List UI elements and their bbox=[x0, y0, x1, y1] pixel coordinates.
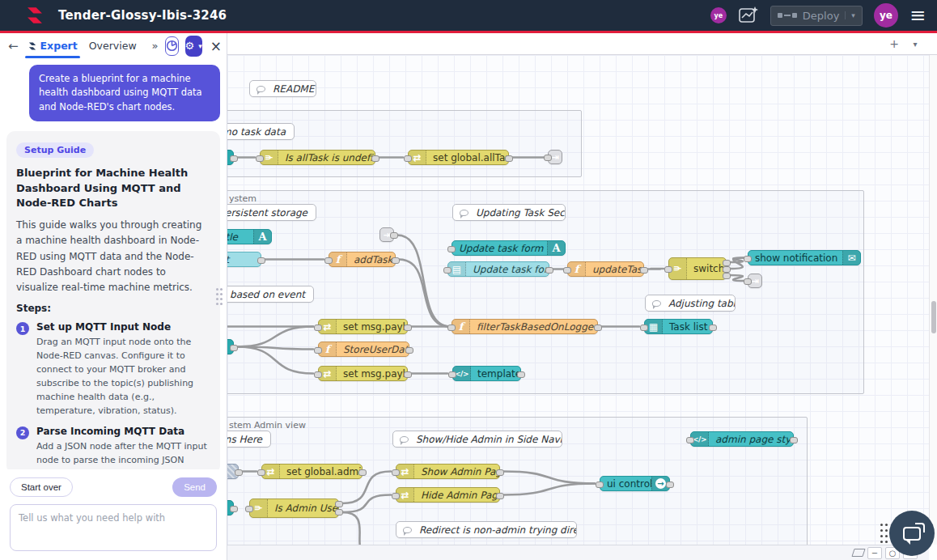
panel-resize-handle[interactable] bbox=[216, 288, 218, 291]
node-ui-control[interactable]: ui control→ bbox=[600, 476, 670, 491]
flow-list-icon[interactable]: ▾ bbox=[905, 40, 926, 49]
input-port[interactable] bbox=[664, 266, 672, 273]
avatar-small[interactable]: ye bbox=[710, 7, 727, 23]
node-is-admin-user[interactable]: ⋔Is Admin User? bbox=[249, 498, 339, 518]
output-port[interactable] bbox=[496, 469, 504, 476]
input-port[interactable] bbox=[563, 267, 571, 274]
comment-updating-task-securely[interactable]: Updating Task Securely bbox=[452, 204, 566, 221]
output-port[interactable] bbox=[230, 155, 238, 162]
input-port[interactable] bbox=[314, 347, 322, 354]
zoom-out-button[interactable]: − bbox=[867, 547, 882, 559]
node-hide-admin-page[interactable]: ⇄Hide Admin Page bbox=[396, 487, 500, 503]
output-port[interactable] bbox=[723, 266, 731, 273]
input-port[interactable] bbox=[314, 325, 322, 331]
start-over-button[interactable]: Start over bbox=[10, 477, 73, 497]
input-port[interactable] bbox=[245, 506, 253, 512]
node-tealcut[interactable] bbox=[227, 150, 234, 165]
node-storeuserdata[interactable]: fStoreUserData bbox=[318, 342, 409, 357]
comment-show-hide-admin-in-side-navigation[interactable]: Show/Hide Admin in Side Navigation bbox=[392, 431, 562, 448]
output-port[interactable] bbox=[392, 257, 400, 264]
output-port[interactable] bbox=[723, 260, 731, 266]
chat-fab[interactable] bbox=[889, 511, 935, 556]
node-updatetask[interactable]: fupdateTask bbox=[567, 261, 644, 277]
node-set-global-admins[interactable]: ⇄set global.admins bbox=[261, 464, 363, 479]
input-port[interactable] bbox=[324, 257, 333, 264]
output-port[interactable] bbox=[358, 469, 367, 476]
input-port[interactable] bbox=[447, 246, 456, 252]
input-port[interactable] bbox=[544, 155, 552, 161]
output-port[interactable] bbox=[640, 267, 648, 274]
output-port[interactable] bbox=[404, 371, 412, 378]
output-port[interactable] bbox=[790, 437, 798, 443]
node-tealcut[interactable] bbox=[227, 500, 234, 515]
node-set-msg-payload[interactable]: ⇄set msg.payload bbox=[318, 366, 408, 381]
comment-adjusting-table[interactable]: Adjusting table bbox=[645, 295, 736, 312]
scrollbar-thumb[interactable] bbox=[931, 301, 936, 333]
node-set-global-alltask[interactable]: ⇄set global.allTask bbox=[408, 150, 509, 165]
output-port[interactable] bbox=[517, 371, 525, 378]
output-port[interactable] bbox=[505, 155, 513, 162]
avatar-large[interactable]: ye bbox=[874, 3, 898, 28]
node-set-msg-payload[interactable]: ⇄set msg.payload bbox=[318, 319, 408, 334]
node-tealcut[interactable] bbox=[227, 339, 234, 354]
send-button[interactable]: Send bbox=[172, 477, 217, 497]
node-grayblue[interactable] bbox=[227, 464, 239, 479]
ai-assistant-icon[interactable] bbox=[738, 6, 759, 25]
input-port[interactable] bbox=[686, 437, 694, 443]
input-port[interactable] bbox=[256, 155, 264, 162]
widget-drag-handle[interactable] bbox=[880, 524, 883, 526]
canvas-vertical-scrollbar[interactable] bbox=[929, 55, 937, 545]
output-port[interactable] bbox=[235, 469, 243, 476]
add-flow-button[interactable]: + bbox=[884, 37, 905, 50]
tab-overview[interactable]: Overview bbox=[87, 33, 139, 58]
output-port[interactable] bbox=[666, 482, 674, 488]
node-update-task-form[interactable]: ▤Update task form bbox=[447, 261, 549, 277]
comment-readme[interactable]: README bbox=[249, 80, 316, 97]
input-port[interactable] bbox=[392, 469, 400, 476]
input-port[interactable] bbox=[447, 325, 456, 331]
node-ticket[interactable]: ticket bbox=[227, 252, 261, 267]
output-port[interactable] bbox=[371, 155, 379, 162]
node-is-alltask-is-undefined[interactable]: ⋔Is allTask is undefined bbox=[260, 150, 375, 165]
menu-icon[interactable]: ≡ bbox=[909, 7, 926, 23]
output-port[interactable] bbox=[404, 325, 412, 331]
node-link[interactable]: ⇥ bbox=[379, 227, 394, 242]
deploy-button[interactable]: Deploy ▾ bbox=[770, 6, 863, 26]
node-filtertaskbasedonloggeduser[interactable]: ffilterTaskBasedOnLoggedUser bbox=[452, 319, 598, 334]
node-link[interactable]: ⇥ bbox=[748, 274, 762, 288]
more-tabs-icon[interactable]: » bbox=[152, 40, 159, 52]
output-port[interactable] bbox=[709, 325, 717, 331]
output-port[interactable] bbox=[496, 493, 504, 499]
input-port[interactable] bbox=[448, 371, 456, 378]
input-port[interactable] bbox=[314, 371, 322, 378]
comment-demo-task-data[interactable]: Demo task data bbox=[227, 123, 295, 140]
node-show-admin-page[interactable]: ⇄Show Admin Page bbox=[396, 464, 500, 479]
output-port[interactable] bbox=[545, 267, 553, 274]
output-port[interactable] bbox=[230, 506, 238, 512]
comment-action-based-on-event[interactable]: action based on event bbox=[227, 286, 314, 303]
navigator-icon[interactable] bbox=[851, 549, 865, 557]
input-port[interactable] bbox=[640, 325, 648, 331]
comment-sk-to-persistent-storage[interactable]: sk to persistent storage bbox=[227, 204, 316, 221]
node-switch[interactable]: ⋔switch bbox=[668, 257, 727, 280]
output-port[interactable] bbox=[723, 273, 731, 279]
comment-mins-here[interactable]: mins Here bbox=[227, 431, 271, 448]
node-link[interactable]: ⇥ bbox=[548, 150, 562, 164]
output-port[interactable] bbox=[405, 347, 413, 354]
output-port[interactable] bbox=[230, 345, 238, 351]
node-m-title[interactable]: m titleA bbox=[227, 229, 272, 244]
output-port[interactable] bbox=[390, 232, 398, 239]
node-update-task-form-title[interactable]: Update task form titleA bbox=[452, 240, 566, 256]
input-port[interactable] bbox=[443, 267, 452, 274]
input-port[interactable] bbox=[392, 493, 400, 499]
input-port[interactable] bbox=[744, 256, 752, 262]
back-icon[interactable]: ← bbox=[8, 39, 19, 53]
input-port[interactable] bbox=[257, 469, 265, 476]
node-addtask[interactable]: faddTask bbox=[329, 252, 396, 267]
comment-redirect-is-non-admin-trying-direct-access[interactable]: Redirect is non-admin trying direct acce… bbox=[396, 521, 577, 538]
node-admin-page-style[interactable]: </>admin page style bbox=[690, 431, 794, 447]
output-port[interactable] bbox=[335, 509, 343, 515]
deploy-caret-icon[interactable]: ▾ bbox=[845, 11, 855, 19]
input-port[interactable] bbox=[744, 278, 752, 285]
output-port[interactable] bbox=[257, 257, 265, 264]
